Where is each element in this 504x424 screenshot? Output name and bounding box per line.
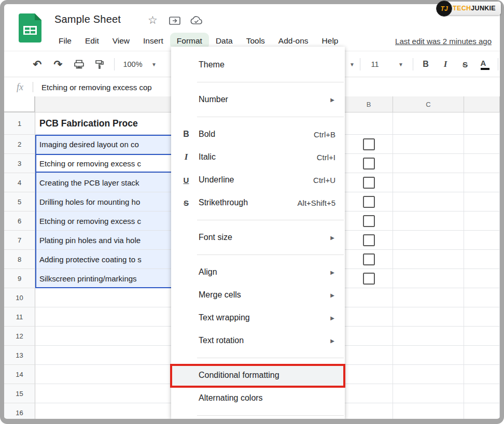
menubar-item-file[interactable]: File [52, 33, 78, 49]
cell-C5[interactable] [393, 192, 464, 211]
formula-input[interactable]: Etching or removing excess cop [41, 83, 152, 92]
strikethrough-button[interactable]: S [457, 51, 473, 77]
menu-item-strikethrough[interactable]: SStrikethroughAlt+Shift+5 [171, 191, 345, 214]
zoom-select[interactable]: 100% [120, 51, 145, 77]
column-header-B[interactable]: B [345, 96, 393, 112]
cell-C12[interactable] [393, 327, 464, 346]
cell-B5[interactable] [345, 192, 393, 211]
cell-B8[interactable] [345, 250, 393, 269]
cell-D10[interactable] [464, 288, 500, 307]
redo-button[interactable]: ↷ [50, 51, 66, 77]
cell-D1[interactable] [464, 112, 500, 135]
menubar-item-edit[interactable]: Edit [78, 33, 106, 49]
row-header-15[interactable]: 15 [4, 384, 35, 403]
checkbox-B5[interactable] [363, 196, 375, 208]
cell-B14[interactable] [345, 365, 393, 384]
cell-D5[interactable] [464, 192, 500, 211]
cell-B2[interactable] [345, 135, 393, 154]
menu-item-conditional-formatting[interactable]: Conditional formatting [171, 364, 345, 387]
menu-item-italic[interactable]: IItalicCtrl+I [171, 146, 345, 168]
row-header-9[interactable]: 9 [4, 269, 35, 288]
cell-D2[interactable] [464, 135, 500, 154]
cell-B1[interactable] [345, 112, 393, 135]
row-header-7[interactable]: 7 [4, 231, 35, 250]
row-header-11[interactable]: 11 [4, 307, 35, 327]
cell-C14[interactable] [393, 365, 464, 384]
row-header-5[interactable]: 5 [4, 192, 35, 211]
cell-D16[interactable] [464, 403, 500, 419]
bold-button[interactable]: B [418, 51, 433, 77]
cell-D8[interactable] [464, 250, 500, 269]
cell-D13[interactable] [464, 346, 500, 365]
cell-C9[interactable] [393, 269, 464, 288]
cell-D6[interactable] [464, 211, 500, 231]
cell-B9[interactable] [345, 269, 393, 288]
menu-item-align[interactable]: Align▶ [171, 261, 345, 284]
row-header-16[interactable]: 16 [4, 403, 35, 419]
cell-B11[interactable] [345, 307, 393, 327]
move-to-folder-icon[interactable] [169, 16, 180, 26]
cell-B4[interactable] [345, 173, 393, 192]
cell-B7[interactable] [345, 231, 393, 250]
cell-D9[interactable] [464, 269, 500, 288]
undo-button[interactable]: ↶ [29, 51, 46, 77]
document-title[interactable]: Sample Sheet [54, 13, 121, 25]
cell-C16[interactable] [393, 403, 464, 419]
cell-C3[interactable] [393, 154, 464, 173]
cell-D11[interactable] [464, 307, 500, 327]
cell-C13[interactable] [393, 346, 464, 365]
cloud-saved-icon[interactable] [190, 16, 203, 26]
font-size-caret-icon[interactable]: ▼ [397, 51, 404, 77]
print-button[interactable] [71, 51, 87, 77]
cell-D14[interactable] [464, 365, 500, 384]
cell-B3[interactable] [345, 154, 393, 173]
row-header-1[interactable]: 1 [4, 112, 35, 135]
cell-B6[interactable] [345, 211, 393, 231]
cell-D4[interactable] [464, 173, 500, 192]
menubar-item-view[interactable]: View [106, 33, 136, 49]
row-header-4[interactable]: 4 [4, 173, 35, 192]
last-edit-status[interactable]: Last edit was 2 minutes ago [395, 37, 495, 46]
cell-D3[interactable] [464, 154, 500, 173]
menu-item-number[interactable]: Number▶ [171, 88, 345, 111]
cell-B10[interactable] [345, 288, 393, 307]
menu-item-bold[interactable]: BBoldCtrl+B [171, 123, 345, 146]
checkbox-B3[interactable] [363, 158, 375, 169]
cell-C7[interactable] [393, 231, 464, 250]
cell-B12[interactable] [345, 327, 393, 346]
checkbox-B4[interactable] [363, 177, 375, 189]
star-icon[interactable]: ☆ [148, 14, 158, 26]
font-size-select[interactable]: 11 [366, 51, 384, 77]
cell-C15[interactable] [393, 384, 464, 403]
cell-B16[interactable] [345, 403, 393, 419]
row-header-6[interactable]: 6 [4, 211, 35, 231]
row-header-10[interactable]: 10 [4, 288, 35, 307]
cell-D7[interactable] [464, 231, 500, 250]
row-header-3[interactable]: 3 [4, 154, 35, 173]
menubar-item-insert[interactable]: Insert [136, 33, 170, 49]
text-color-button[interactable]: A [477, 51, 493, 77]
cell-D12[interactable] [464, 327, 500, 346]
checkbox-B2[interactable] [363, 138, 375, 150]
row-header-8[interactable]: 8 [4, 250, 35, 269]
italic-button[interactable]: I [438, 51, 453, 77]
row-header-2[interactable]: 2 [4, 135, 35, 154]
select-all-corner[interactable] [4, 96, 35, 112]
row-header-14[interactable]: 14 [4, 365, 35, 384]
font-caret-icon[interactable]: ▼ [348, 51, 356, 77]
cell-C4[interactable] [393, 173, 464, 192]
cell-C11[interactable] [393, 307, 464, 327]
cell-C8[interactable] [393, 250, 464, 269]
cell-C10[interactable] [393, 288, 464, 307]
menu-item-underline[interactable]: UUnderlineCtrl+U [171, 168, 345, 191]
zoom-caret-icon[interactable]: ▼ [150, 51, 158, 77]
menu-item-merge-cells[interactable]: Merge cells▶ [171, 284, 345, 306]
paint-format-button[interactable] [91, 51, 108, 77]
cell-C6[interactable] [393, 211, 464, 231]
checkbox-B7[interactable] [363, 234, 375, 246]
cell-B15[interactable] [345, 384, 393, 403]
row-header-12[interactable]: 12 [4, 327, 35, 346]
row-header-13[interactable]: 13 [4, 346, 35, 365]
checkbox-B6[interactable] [363, 215, 375, 227]
menu-item-font-size[interactable]: Font size▶ [171, 226, 345, 249]
